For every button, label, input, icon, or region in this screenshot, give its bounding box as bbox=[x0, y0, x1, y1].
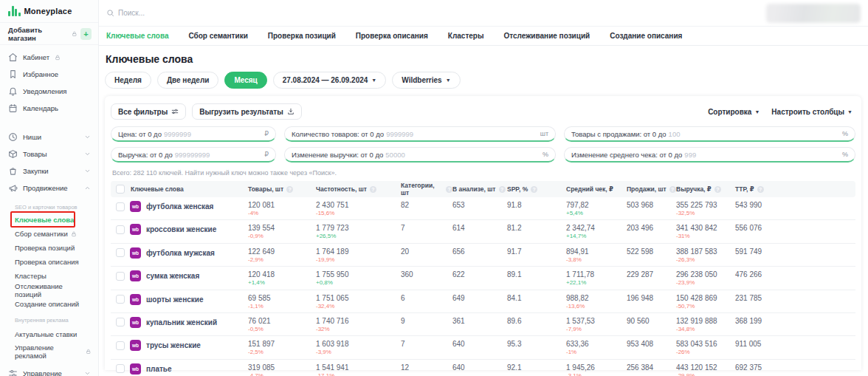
info-icon[interactable]: ? bbox=[499, 186, 506, 193]
cell-goods: 69 585-1,1% bbox=[248, 294, 316, 310]
info-icon[interactable]: ? bbox=[531, 186, 537, 193]
sidebar-subitem-проверка-описания[interactable]: Проверка описания bbox=[0, 255, 98, 269]
page-tabs: Ключевые словаСбор семантикиПроверка поз… bbox=[99, 27, 868, 46]
tab-создание-описания[interactable]: Создание описания bbox=[610, 32, 682, 40]
sidebar-item-уведомления[interactable]: Уведомления bbox=[0, 83, 98, 100]
search-input[interactable]: Поиск... bbox=[118, 9, 145, 17]
sidebar-item-label: Управление bbox=[23, 369, 62, 376]
row-checkbox[interactable] bbox=[116, 202, 125, 211]
sidebar-item-management[interactable]: Управление bbox=[0, 365, 98, 376]
keyword-label[interactable]: трусы женские bbox=[146, 341, 201, 349]
table-row: wb платье 319 085-4,7%1 541 941-17,1%126… bbox=[111, 360, 855, 376]
row-checkbox[interactable] bbox=[116, 341, 125, 350]
sidebar-subitem-актуальные-ставки[interactable]: Актуальные ставки bbox=[0, 326, 98, 343]
column-header[interactable]: SPP, % ? bbox=[507, 185, 566, 193]
add-store-button[interactable]: + bbox=[80, 28, 92, 40]
sidebar-subitem-сбор-семантики[interactable]: Сбор семантики bbox=[0, 227, 98, 241]
column-header[interactable]: В анализе, шт ? bbox=[452, 185, 507, 193]
keyword-label[interactable]: футболка мужская bbox=[146, 249, 215, 257]
row-checkbox[interactable] bbox=[116, 225, 125, 234]
filter-value: 999999999 bbox=[175, 151, 210, 159]
tab-проверка-описания[interactable]: Проверка описания bbox=[356, 32, 428, 40]
sidebar-subitem-ключевые-слова[interactable]: Ключевые слова bbox=[0, 213, 98, 227]
info-icon[interactable]: ? bbox=[370, 186, 376, 193]
range-filter-input[interactable]: Товары с продажами: от 0 до 100 % bbox=[564, 126, 855, 142]
chevron-down-icon bbox=[84, 134, 91, 140]
cell-value: 797,82 bbox=[566, 201, 627, 209]
row-checkbox[interactable] bbox=[116, 295, 125, 304]
tab-отслеживание-позиций[interactable]: Отслеживание позиций bbox=[504, 32, 590, 40]
sidebar-item-товары[interactable]: Товары bbox=[0, 146, 98, 163]
date-range-picker[interactable]: 27.08.2024 — 26.09.2024 ▼ bbox=[273, 72, 387, 89]
range-filter-input[interactable]: Выручка: от 0 до 999999999 ₽ bbox=[111, 147, 276, 163]
range-filter-input[interactable]: Количество товаров: от 0 до 9999999 шт bbox=[284, 126, 556, 142]
sidebar-subitem-кластеры[interactable]: Кластеры bbox=[0, 269, 98, 283]
sidebar-item-ниши[interactable]: Ниши bbox=[0, 129, 98, 146]
range-filter-input[interactable]: Цена: от 0 до 9999999 ₽ bbox=[111, 126, 276, 142]
sidebar-item-продвижение[interactable]: Продвижение bbox=[0, 180, 98, 196]
sidebar-subitem-отслеживание-позиций[interactable]: Отслеживание позиций bbox=[0, 283, 98, 297]
sidebar-item-избранное[interactable]: Избранное bbox=[0, 66, 98, 83]
keyword-label[interactable]: сумка женская bbox=[146, 272, 199, 280]
wildberries-badge: wb bbox=[130, 224, 141, 235]
column-header[interactable]: Частотность, шт ? bbox=[316, 185, 401, 193]
cell-value: 256 384 bbox=[627, 363, 676, 372]
period-button[interactable]: Месяц bbox=[224, 72, 266, 89]
keyword-label[interactable]: футболка женская bbox=[146, 202, 213, 211]
all-filters-button[interactable]: Все фильтры bbox=[111, 103, 186, 120]
column-header[interactable]: Выручка, ₽ ? bbox=[676, 185, 735, 193]
info-icon[interactable]: ? bbox=[669, 186, 676, 193]
sidebar-subitem-создание-описаний[interactable]: Создание описаний bbox=[0, 297, 98, 311]
range-filter-input[interactable]: Изменение среднего чека: от 0 до 999 % bbox=[564, 147, 855, 163]
keyword-cell: wb шорты женские bbox=[111, 294, 248, 305]
period-button[interactable]: Неделя bbox=[105, 72, 151, 89]
keyword-label[interactable]: кроссовки женские bbox=[146, 225, 216, 233]
cell-value: 1 740 716 bbox=[316, 317, 401, 325]
cell-value: 84.1 bbox=[507, 294, 566, 302]
delta-percent: -26,3% bbox=[676, 256, 735, 263]
sidebar-item-календарь[interactable]: Календарь bbox=[0, 100, 98, 117]
profile-chip-blurred[interactable] bbox=[766, 4, 861, 23]
info-icon[interactable]: ? bbox=[286, 186, 293, 193]
cell-revenue: 296 238 050-23,9% bbox=[676, 270, 735, 286]
configure-columns-button[interactable]: Настроить столбцы ▼ bbox=[771, 108, 852, 116]
marketplace-select[interactable]: Wildberries ▼ bbox=[392, 72, 460, 89]
cell-categories: 6 bbox=[401, 294, 452, 302]
tab-сбор-семантики[interactable]: Сбор семантики bbox=[188, 32, 247, 40]
select-all-checkbox[interactable] bbox=[116, 185, 125, 194]
filter-value: 100 bbox=[669, 130, 681, 138]
column-header[interactable]: Средний чек, ₽ bbox=[566, 185, 627, 193]
column-header[interactable]: Категории, шт ? bbox=[401, 182, 452, 196]
keyword-label[interactable]: купальник женский bbox=[146, 318, 217, 327]
column-header[interactable]: Продажи, шт ? bbox=[627, 185, 676, 193]
period-button[interactable]: Две недели bbox=[157, 72, 219, 89]
sidebar-subitem-проверка-позиций[interactable]: Проверка позиций bbox=[0, 241, 98, 255]
row-checkbox[interactable] bbox=[116, 318, 125, 327]
keyword-label[interactable]: платье bbox=[146, 365, 172, 373]
info-icon[interactable]: ? bbox=[714, 186, 721, 193]
sidebar-item-закупки[interactable]: Закупки bbox=[0, 163, 98, 180]
cell-spp: 95.3 bbox=[507, 340, 566, 348]
column-header[interactable]: Ключевые слова bbox=[111, 185, 248, 194]
column-header[interactable]: TTP, ₽ ? bbox=[735, 185, 855, 193]
moneyplace-logo[interactable]: Moneyplace bbox=[0, 0, 98, 22]
tab-проверка-позиций[interactable]: Проверка позиций bbox=[268, 32, 336, 40]
row-checkbox[interactable] bbox=[116, 248, 125, 257]
info-icon[interactable]: ? bbox=[757, 186, 764, 193]
export-results-button[interactable]: Выгрузить результаты bbox=[192, 103, 302, 120]
cell-in-analysis: 614 bbox=[452, 224, 507, 232]
sidebar-item-кабинет[interactable]: Кабинет bbox=[0, 49, 98, 66]
row-checkbox[interactable] bbox=[116, 364, 125, 373]
cell-sales: 229 287 bbox=[627, 270, 676, 278]
tab-кластеры[interactable]: Кластеры bbox=[448, 32, 484, 40]
seo-submenu: Ключевые слова Сбор семантики Проверка п… bbox=[0, 213, 98, 311]
column-header[interactable]: Товары, шт ? bbox=[248, 185, 316, 193]
sorting-button[interactable]: Сортировка ▼ bbox=[708, 108, 760, 116]
info-icon[interactable]: ? bbox=[446, 186, 452, 193]
cell-value: 633,36 bbox=[566, 340, 627, 348]
sidebar-subitem-управление-рекламой[interactable]: Управление рекламой bbox=[0, 343, 98, 360]
range-filter-input[interactable]: Изменение выручки: от 0 до 50000 % bbox=[284, 147, 556, 163]
tab-ключевые-слова[interactable]: Ключевые слова bbox=[106, 32, 168, 40]
row-checkbox[interactable] bbox=[116, 272, 125, 281]
keyword-label[interactable]: шорты женские bbox=[146, 295, 203, 304]
